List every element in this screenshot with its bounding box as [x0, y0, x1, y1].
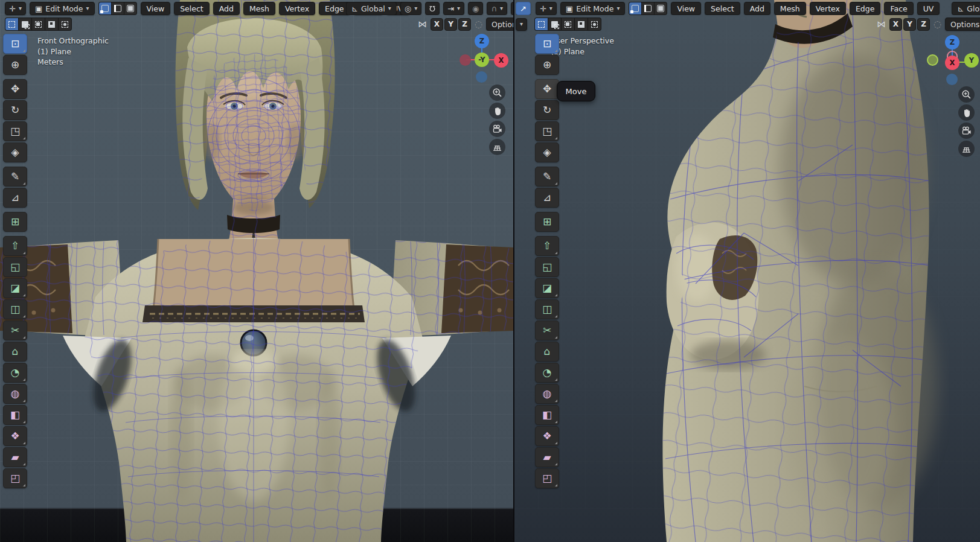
tool-add-cube[interactable]: ⊞: [535, 212, 559, 232]
tool-select-box[interactable]: ⊡: [535, 34, 559, 54]
select-mode-set[interactable]: [535, 18, 548, 30]
axis-neg-y-ball[interactable]: -Y: [475, 53, 489, 67]
axis-x-ball[interactable]: X: [945, 56, 959, 70]
prop-projected-icon[interactable]: ◌: [934, 20, 941, 29]
tool-knife[interactable]: ✂: [535, 320, 559, 340]
prop-projected-icon[interactable]: ◌: [475, 20, 482, 29]
tool-rotate[interactable]: ↻: [535, 100, 559, 120]
tool-measure[interactable]: ⊿: [535, 188, 559, 208]
edge-select-mode-button[interactable]: [642, 2, 654, 14]
tool-poly-build[interactable]: ⌂: [3, 342, 27, 362]
tool-edge-slide[interactable]: ◧: [535, 405, 559, 425]
tool-move[interactable]: ✥: [535, 79, 559, 99]
select-mode-invert[interactable]: [575, 18, 588, 30]
axis-button-y[interactable]: Y: [903, 18, 916, 31]
tool-shrink-fatten[interactable]: ❖: [535, 426, 559, 446]
select-mode-extend[interactable]: [548, 18, 561, 30]
tool-select-box[interactable]: ⊡: [3, 34, 27, 54]
snap-toggle-button[interactable]: Ω: [425, 2, 440, 15]
tool-knife[interactable]: ✂: [3, 320, 27, 340]
tool-extrude-region[interactable]: ⇧: [3, 236, 27, 256]
tool-scale[interactable]: ◳: [535, 121, 559, 141]
tool-cursor[interactable]: ⊕: [3, 55, 27, 75]
tool-add-cube[interactable]: ⊞: [3, 212, 27, 232]
axis-z-ball[interactable]: Z: [945, 35, 959, 49]
menu-face[interactable]: Face: [884, 2, 913, 15]
menu-edge[interactable]: Edge: [319, 2, 350, 15]
tool-edge-slide[interactable]: ◧: [3, 405, 27, 425]
tool-move[interactable]: ✥: [3, 79, 27, 99]
tool-shrink-fatten[interactable]: ❖: [3, 426, 27, 446]
proportional-editing-toggle[interactable]: ◉: [468, 2, 483, 15]
select-mode-intersect[interactable]: [59, 18, 71, 30]
tool-inset-faces[interactable]: ◱: [3, 257, 27, 277]
transform-orientation-dropdown[interactable]: ⊾ Global ▾: [346, 2, 397, 15]
navigation-gizmo[interactable]: Z X Y: [927, 35, 980, 91]
pivot-point-dropdown[interactable]: ◎ ▾: [400, 2, 421, 15]
axis-neg-z-ball[interactable]: [476, 71, 487, 83]
menu-select[interactable]: Select: [174, 2, 210, 15]
falloff-dropdown[interactable]: ∩ ▾: [487, 2, 507, 15]
show-gizmos-toggle[interactable]: ↗: [516, 2, 531, 15]
tool-rotate[interactable]: ↻: [3, 100, 27, 120]
menu-mesh[interactable]: Mesh: [243, 2, 275, 15]
zoom-button[interactable]: [958, 86, 975, 103]
vertex-select-mode-button[interactable]: [629, 2, 641, 14]
axis-x-ball[interactable]: X: [494, 53, 508, 68]
menu-view[interactable]: View: [671, 2, 701, 15]
tool-rip-region[interactable]: ◰: [3, 468, 27, 488]
menu-mesh[interactable]: Mesh: [774, 2, 806, 15]
menu-view[interactable]: View: [141, 2, 171, 15]
mirror-butterfly-icon[interactable]: ⋈: [877, 20, 886, 29]
tool-shear[interactable]: ▰: [535, 447, 559, 467]
tool-smooth[interactable]: ◍: [3, 384, 27, 404]
navigation-gizmo[interactable]: Z -Y X: [458, 34, 513, 89]
tool-transform[interactable]: ◈: [3, 142, 27, 162]
mirror-butterfly-icon[interactable]: ⋈: [418, 20, 427, 29]
editor-type-button[interactable]: ✛ ▾: [5, 2, 26, 15]
menu-uv[interactable]: UV: [917, 2, 940, 15]
tool-poly-build[interactable]: ⌂: [535, 342, 559, 362]
menu-add[interactable]: Add: [213, 2, 240, 15]
select-mode-invert[interactable]: [45, 18, 58, 30]
tool-loop-cut[interactable]: ◫: [3, 299, 27, 319]
axis-button-z[interactable]: Z: [458, 18, 471, 31]
axis-y-ball[interactable]: Y: [964, 53, 979, 68]
mode-dropdown[interactable]: ▣ Edit Mode ▾: [560, 2, 626, 15]
zoom-button[interactable]: [489, 84, 505, 101]
tool-smooth[interactable]: ◍: [535, 384, 559, 404]
options-dropdown[interactable]: Options ▾: [945, 18, 980, 31]
camera-view-button[interactable]: [958, 123, 975, 139]
tool-measure[interactable]: ⊿: [3, 188, 27, 208]
tool-annotate[interactable]: ✎: [535, 167, 559, 187]
menu-select[interactable]: Select: [705, 2, 740, 15]
face-select-mode-button[interactable]: [124, 2, 136, 14]
editor-type-button[interactable]: ✛ ▾: [536, 2, 557, 15]
face-select-mode-button[interactable]: [655, 2, 667, 14]
menu-vertex[interactable]: Vertex: [279, 2, 315, 15]
axis-neg-z-ball[interactable]: [946, 74, 958, 85]
select-mode-subtract[interactable]: [32, 18, 45, 30]
menu-edge[interactable]: Edge: [850, 2, 880, 15]
3d-canvas-front[interactable]: [0, 0, 514, 542]
tool-bevel[interactable]: ◪: [3, 278, 27, 298]
tool-scale[interactable]: ◳: [3, 121, 27, 141]
mode-dropdown[interactable]: ▣ Edit Mode ▾: [30, 2, 95, 15]
options-dropdown[interactable]: Options: [486, 18, 514, 31]
select-mode-intersect[interactable]: [588, 18, 601, 30]
camera-view-button[interactable]: [489, 121, 505, 137]
tool-shear[interactable]: ▰: [3, 447, 27, 467]
tool-cursor[interactable]: ⊕: [535, 55, 559, 75]
axis-neg-x-ball[interactable]: [460, 54, 471, 66]
select-mode-extend[interactable]: [19, 18, 31, 30]
tool-spin[interactable]: ◔: [3, 363, 27, 383]
select-mode-set[interactable]: [5, 18, 18, 30]
snap-settings-dropdown[interactable]: ⇥ ▾: [443, 2, 464, 15]
tool-annotate[interactable]: ✎: [3, 167, 27, 187]
tool-loop-cut[interactable]: ◫: [535, 299, 559, 319]
tool-bevel[interactable]: ◪: [535, 278, 559, 298]
tool-spin[interactable]: ◔: [535, 363, 559, 383]
axis-button-z[interactable]: Z: [917, 18, 930, 31]
axis-neg-y-ball[interactable]: [927, 54, 938, 66]
perspective-toggle-button[interactable]: [489, 139, 505, 155]
